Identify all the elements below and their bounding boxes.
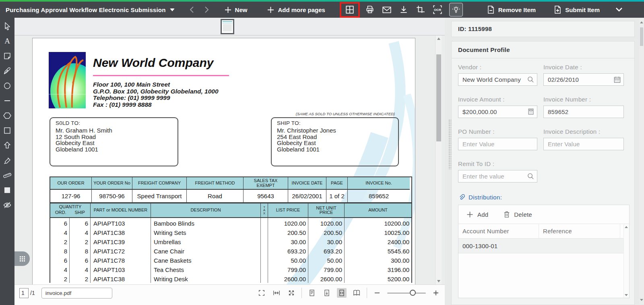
chevron-down-icon xyxy=(615,7,623,12)
arrow-tool[interactable] xyxy=(2,141,12,150)
account-number-cell[interactable]: 000-1300-01 xyxy=(458,239,620,253)
crop-button[interactable] xyxy=(412,2,429,17)
scroll-up-button[interactable] xyxy=(640,21,643,23)
new-button[interactable]: New xyxy=(225,6,248,13)
distribution-add-button[interactable]: Add xyxy=(466,211,488,218)
lamp-icon xyxy=(452,5,460,14)
hide-annotations-tool[interactable] xyxy=(2,200,12,210)
net-unit-price-header: NET UNIT PRICE xyxy=(308,203,345,218)
triangle-down-icon xyxy=(625,294,628,296)
distribution-delete-button[interactable]: Delete xyxy=(504,211,532,218)
ship-to-line: Globecity East xyxy=(277,140,398,146)
grid-dots-icon xyxy=(20,256,25,261)
document-canvas[interactable]: New World Company Floor 100, 100 Main St… xyxy=(14,36,445,284)
ellipse-tool[interactable] xyxy=(2,81,12,90)
pen-tool[interactable] xyxy=(2,66,12,75)
submit-item-button[interactable]: Submit Item xyxy=(553,5,600,14)
page-total-label: /1 xyxy=(30,290,35,296)
thumbnails-tab-button[interactable] xyxy=(14,251,30,266)
remove-item-button[interactable]: Remove Item xyxy=(487,5,536,14)
book-icon xyxy=(353,289,361,297)
ship-to-line: Globeland 1001 xyxy=(277,146,398,153)
note-icon xyxy=(3,52,11,60)
logo-orange-arcs xyxy=(49,52,86,108)
order-cell: 26/02/2001 xyxy=(288,190,326,202)
fit-width-icon xyxy=(272,289,281,297)
filled-rectangle-icon xyxy=(3,186,11,194)
triangle-down-icon xyxy=(437,280,440,282)
search-icon[interactable] xyxy=(527,76,535,85)
zoom-in-button[interactable] xyxy=(431,288,441,298)
slider-track xyxy=(387,293,426,294)
scroll-up-button[interactable] xyxy=(625,226,628,228)
scrollbar-thumb[interactable] xyxy=(436,54,441,141)
invoice-date-input[interactable] xyxy=(543,73,624,86)
po-number-input[interactable] xyxy=(458,138,537,150)
rectangle-tool[interactable] xyxy=(2,126,12,135)
single-page-view-button[interactable] xyxy=(307,288,317,298)
calendar-icon[interactable] xyxy=(613,76,621,85)
slider-knob[interactable] xyxy=(410,290,416,296)
ocr-button[interactable]: OCR xyxy=(429,2,446,17)
scroll-up-button[interactable] xyxy=(436,35,442,42)
invoice-number-input[interactable] xyxy=(543,106,624,118)
page-grid-button[interactable] xyxy=(341,2,358,17)
reference-column-header[interactable]: Reference xyxy=(539,224,620,238)
lamp-button[interactable] xyxy=(449,3,463,17)
add-more-pages-button[interactable]: Add more pages xyxy=(267,6,325,13)
distribution-link[interactable]: Distribution: xyxy=(458,194,634,201)
order-col-header: FREIGHT METHOD xyxy=(187,177,244,190)
scroll-down-button[interactable] xyxy=(640,299,643,301)
continuous-view-button[interactable] xyxy=(322,288,332,298)
remit-to-id-input[interactable] xyxy=(458,170,537,183)
fit-width-button[interactable] xyxy=(272,288,281,298)
ship-to-box: SHIP TO: Mr. Christopher Jones 254 East … xyxy=(271,117,399,166)
invoice-amount-label: Invoice Amount : xyxy=(458,96,537,103)
ruler-tool[interactable] xyxy=(2,170,12,180)
download-button[interactable] xyxy=(395,2,412,17)
page-number-input[interactable] xyxy=(19,288,29,298)
book-view-button[interactable] xyxy=(352,288,361,298)
next-page-button[interactable] xyxy=(203,6,210,14)
invoice-description-input[interactable] xyxy=(543,138,624,150)
distribution-scrollbar[interactable] xyxy=(623,224,629,298)
search-icon[interactable] xyxy=(527,172,535,182)
fit-page-button[interactable] xyxy=(287,288,296,298)
triangle-down-icon xyxy=(640,299,643,301)
page-thumbnail[interactable] xyxy=(221,19,234,34)
order-cell: Road xyxy=(187,190,244,202)
email-button[interactable] xyxy=(378,2,395,17)
filename-input[interactable] xyxy=(41,288,112,299)
rectangle-icon xyxy=(3,127,11,135)
profile-form: Vendor : Invoice Date : Inv xyxy=(452,64,634,183)
note-tool[interactable] xyxy=(2,51,12,60)
account-number-column-header[interactable]: Account Number xyxy=(458,224,539,238)
workflow-dropdown-caret-icon[interactable] xyxy=(170,8,175,11)
highlighter-tool[interactable] xyxy=(2,156,12,165)
invoice-amount-input[interactable] xyxy=(458,106,537,118)
fullscreen-button[interactable] xyxy=(257,288,266,298)
scroll-down-button[interactable] xyxy=(625,294,628,296)
polygon-tool[interactable] xyxy=(2,111,12,120)
pointer-tool[interactable] xyxy=(2,21,12,31)
print-button[interactable] xyxy=(361,2,378,17)
panel-scrollbar[interactable] xyxy=(639,19,644,304)
distribution-row[interactable]: 000-1300-01 xyxy=(458,239,629,253)
page-source-view-button[interactable] xyxy=(337,288,347,298)
paperclip-icon xyxy=(458,194,465,201)
expand-toolbar-button[interactable] xyxy=(615,7,623,12)
zoom-out-button[interactable] xyxy=(372,288,382,298)
filled-rectangle-tool[interactable] xyxy=(2,185,12,195)
prev-page-button[interactable] xyxy=(188,6,195,14)
vendor-input[interactable] xyxy=(458,73,537,86)
item-row: 22 APIAT1C39Umbrellas 30.0030.002400.00 xyxy=(50,237,411,246)
zoom-slider[interactable] xyxy=(387,288,426,298)
scrollbar-thumb[interactable] xyxy=(640,27,643,46)
text-tool[interactable]: A xyxy=(2,36,12,46)
workflow-title[interactable]: Purchasing Approval Workflow Electronic … xyxy=(6,6,166,13)
viewer-scrollbar[interactable] xyxy=(435,35,442,284)
scroll-down-button[interactable] xyxy=(436,278,442,284)
order-col-header: FREIGHT COMPANY xyxy=(132,177,187,190)
calculator-icon[interactable] xyxy=(527,108,535,117)
line-tool[interactable] xyxy=(2,96,12,105)
